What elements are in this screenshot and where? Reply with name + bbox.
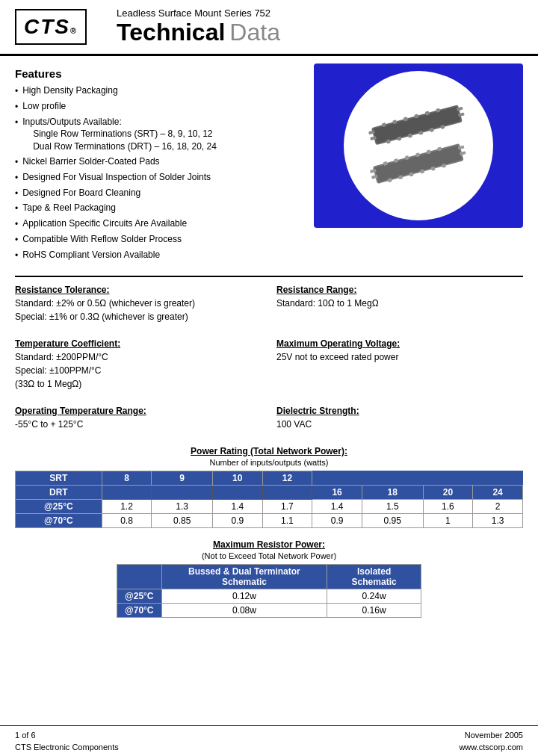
val-70-1: 0.85 [152,513,213,527]
empty-cell [152,485,213,499]
row-25-label: @25°C [16,499,102,513]
col2-header: Isolated Schematic [327,564,421,589]
resistance-tolerance-block: Resistance Tolerance: Standard: ±2% or 0… [15,281,262,327]
srt-col-9: 9 [152,471,213,485]
power-section: Power Rating (Total Network Power): Numb… [15,446,523,528]
resistance-range-label: Resistance Range: [276,285,523,295]
table-row: Bussed & Dual Terminator Schematic Isola… [117,564,421,589]
val-25-6: 1.6 [423,499,473,513]
val-70-3: 1.1 [262,513,312,527]
drt-col-18: 18 [362,485,423,499]
op-temp-value: -55°C to + 125°C [15,418,262,431]
row-70-label: @70°C [117,603,162,617]
main-content: Features •High Density Packaging •Low pr… [0,56,538,636]
val-25-7: 2 [473,499,523,513]
header-title-area: Leadless Surface Mount Series 752 Techni… [102,7,523,46]
val-70-6: 1 [423,513,473,527]
val-70-7: 1.3 [473,513,523,527]
resistance-range-standard: Standard: 10Ω to 1 MegΩ [276,297,523,310]
temp-coeff-special: Special: ±100PPM/°C [15,364,262,377]
logo: CTS® [15,9,87,45]
empty-cell [102,485,152,499]
srt-label: SRT [16,471,102,485]
val-25-0: 1.2 [102,499,152,513]
list-item: •Designed For Board Cleaning [15,187,306,200]
row-70-col2: 0.16w [327,603,421,617]
dielectric-value: 100 VAC [276,418,523,431]
empty-header [117,564,162,589]
list-item: •Compatible With Reflow Solder Process [15,233,306,247]
row-25-col1: 0.12w [161,589,327,603]
features-title: Features [15,67,306,80]
divider [15,276,523,277]
specs-section: Resistance Tolerance: Standard: ±2% or 0… [15,281,523,435]
empty-cell [362,471,423,485]
header: CTS® Leadless Surface Mount Series 752 T… [0,0,538,56]
val-25-5: 1.5 [362,499,423,513]
temp-coeff-block: Temperature Coefficient: Standard: ±200P… [15,335,262,394]
resistance-tolerance-special: Special: ±1% or 0.3Ω (whichever is great… [15,310,262,323]
footer-bottom: CTS Electronic Components www.ctscorp.co… [15,741,523,753]
val-70-0: 0.8 [102,513,152,527]
top-section: Features •High Density Packaging •Low pr… [15,63,523,264]
resistor-table: Bussed & Dual Terminator Schematic Isola… [117,564,421,618]
list-item: •RoHS Compliant Version Available [15,249,306,262]
power-subtitle: Number of inputs/outputs (watts) [15,458,523,467]
op-temp-block: Operating Temperature Range: -55°C to + … [15,402,262,435]
resistor-title: Maximum Resistor Power: [15,539,523,550]
logo-text: CTS [24,15,70,38]
list-item: •Application Specific Circuits Are Avail… [15,217,306,231]
power-title: Power Rating (Total Network Power): [15,446,523,456]
max-voltage-block: Maximum Operating Voltage: 25V not to ex… [276,335,523,394]
footer-top: 1 of 6 November 2005 [15,729,523,741]
list-item: •Designed For Visual Inspection of Solde… [15,171,306,185]
table-row: DRT 16 18 20 24 [16,485,523,499]
header-technical: Technical [117,19,225,46]
empty-cell [262,485,312,499]
chip-svg [359,101,478,190]
page-number: 1 of 6 [15,731,36,740]
temp-coeff-note: (33Ω to 1 MegΩ) [15,377,262,391]
list-item: •Inputs/Outputs Available: Single Row Te… [15,116,306,153]
table-row: @70°C 0.08w 0.16w [117,603,421,617]
resistor-section: Maximum Resistor Power: (Not to Exceed T… [15,539,523,618]
header-main-title: Technical Data [117,19,523,46]
empty-cell [212,485,262,499]
list-item: •High Density Packaging [15,84,306,98]
empty-cell [312,471,362,485]
footer-date: November 2005 [465,731,523,740]
logo-area: CTS® [15,7,102,46]
list-item: •Tape & Reel Packaging [15,202,306,215]
drt-col-20: 20 [423,485,473,499]
list-item: •Low profile [15,100,306,114]
op-temp-label: Operating Temperature Range: [15,406,262,416]
srt-col-8: 8 [102,471,152,485]
resistance-tolerance-label: Resistance Tolerance: [15,285,262,295]
srt-col-12: 12 [262,471,312,485]
resistance-range-block: Resistance Range: Standard: 10Ω to 1 Meg… [276,281,523,327]
temp-coeff-label: Temperature Coefficient: [15,338,262,349]
val-25-1: 1.3 [152,499,213,513]
table-row: @25°C 0.12w 0.24w [117,589,421,603]
val-70-5: 0.95 [362,513,423,527]
srt-col-10: 10 [212,471,262,485]
logo-reg: ® [70,26,78,35]
max-voltage-value: 25V not to exceed rated power [276,350,523,364]
website: www.ctscorp.com [459,743,523,752]
max-voltage-label: Maximum Operating Voltage: [276,338,523,349]
features-section: Features •High Density Packaging •Low pr… [15,63,306,264]
val-25-3: 1.7 [262,499,312,513]
row-25-col2: 0.24w [327,589,421,603]
row-70-col1: 0.08w [161,603,327,617]
resistance-tolerance-standard: Standard: ±2% or 0.5Ω (whichever is grea… [15,297,262,310]
empty-cell [473,471,523,485]
dielectric-label: Dielectric Strength: [276,406,523,416]
val-25-4: 1.4 [312,499,362,513]
val-70-4: 0.9 [312,513,362,527]
row-70-label: @70°C [16,513,102,527]
table-row: SRT 8 9 10 12 [16,471,523,485]
product-image [314,63,523,228]
row-25-label: @25°C [117,589,162,603]
company-name: CTS Electronic Components [15,743,119,752]
header-data: Data [229,19,280,46]
